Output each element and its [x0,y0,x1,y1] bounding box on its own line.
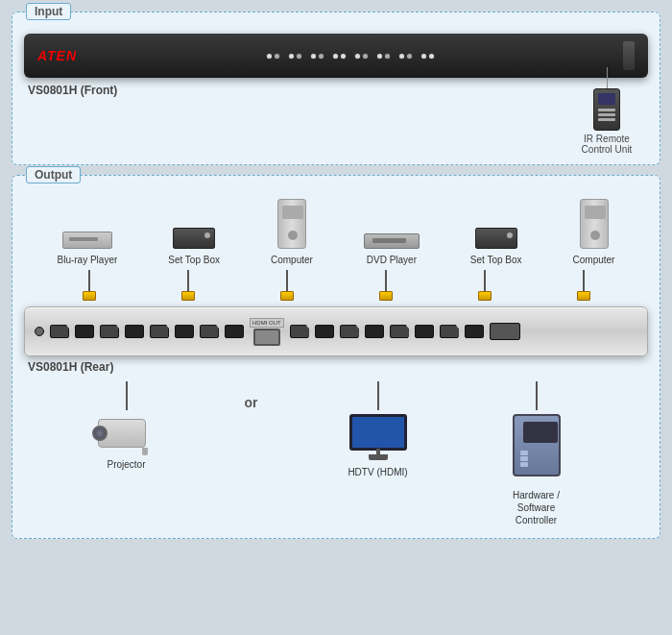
controller-icon [511,414,563,483]
ir-screen [598,93,615,105]
ir-remote-container: IR Remote Control Unit [573,67,640,155]
port-dp-7 [390,325,409,338]
port-hdmi-5 [315,325,334,338]
output-devices-row: Projector or HDTV (HDMI) [24,374,648,526]
dot [429,54,434,59]
projector-lens [92,426,108,441]
dot-group-6 [377,54,390,59]
computer1-shape [277,199,306,249]
hdmi-connector-3 [280,270,294,301]
output-section: Output Blu-ray Player Set Top Box [12,175,660,539]
hdmi-plug [478,291,492,301]
dot [421,54,426,59]
front-device-label: VS0801H (Front) [28,84,648,97]
input-section: Input ATEN [12,12,660,165]
hdmi-plug [181,291,195,301]
hdmi-cable [286,270,288,291]
hdmi-connector-1 [83,270,96,301]
computer2-label: Computer [573,254,615,266]
controller-btn-3 [520,462,528,467]
dot [399,54,404,59]
controller-label: Hardware / Software Controller [498,489,575,526]
port-hdmi-3 [175,325,194,338]
dot [275,54,279,59]
port-dp-1 [50,325,69,338]
dot [363,54,368,59]
computer2-icon [580,199,609,249]
bar-right [623,41,635,70]
computer1-icon [277,199,306,249]
controller-screen [523,422,558,443]
rear-device-label: VS0801H (Rear) [28,360,648,374]
port-hdmi-2 [125,325,144,338]
main-container: Input ATEN [0,0,672,550]
connectors-row-top [24,266,648,305]
dot [341,54,346,59]
input-devices-row: Blu-ray Player Set Top Box Computer [24,185,648,266]
hdmi-cable [583,270,585,291]
hdmi-connector-4 [379,270,393,301]
hdmi-cable [187,270,189,291]
hdtv-label: HDTV (HDMI) [348,466,407,478]
brand-label: ATEN [37,48,77,63]
vs0801h-rear-bar: HDMI OUT [24,306,648,356]
hdtv-wire [377,381,379,410]
projector-leg [142,448,148,455]
hdmi-out-label: HDMI OUT [250,318,284,328]
port-hdmi-out [253,329,280,346]
device-settopbox1: Set Top Box [168,228,220,266]
device-computer2: Computer [573,199,615,266]
settopbox2-shape [475,228,517,249]
device-settopbox2: Set Top Box [470,228,522,266]
projector-icon [98,414,156,452]
dot [311,54,316,59]
controller-body [513,414,561,476]
dot [355,54,360,59]
dot-group-4 [333,54,346,59]
settopbox1-label: Set Top Box [168,254,220,266]
dot [377,54,382,59]
device-computer1: Computer [271,199,313,266]
hdtv-icon [348,414,409,460]
dot [319,54,324,59]
port-hdmi-6 [365,325,384,338]
settopbox1-shape [173,228,215,249]
ir-remote-device [593,88,620,131]
port-dp-8 [440,325,459,338]
hdmi-cable [88,270,90,291]
dvdplayer-shape [364,233,420,249]
dot-group-2 [289,54,301,59]
controller-wire [536,381,538,410]
device-projector: Projector [98,381,156,471]
device-hdtv: HDTV (HDMI) [348,381,409,478]
dvdplayer-icon [364,233,420,249]
dot [297,54,301,59]
projector-label: Projector [107,458,145,471]
hdmi-plug [83,291,96,301]
hdmi-plug [280,291,294,301]
port-dp-4 [200,325,219,338]
settopbox2-label: Set Top Box [470,254,522,266]
settopbox2-icon [475,228,517,249]
rear-section: HDMI OUT [24,306,648,356]
hdmi-out-container: HDMI OUT [250,318,284,346]
computer1-label: Computer [271,254,313,266]
device-bluray: Blu-ray Player [57,232,117,266]
dot [289,54,294,59]
dot [267,54,272,59]
hdtv-screen [349,414,407,451]
ir-btn-3 [598,118,615,121]
hdmi-connector-6 [577,270,590,301]
port-hdmi-1 [75,325,94,338]
rear-ports: HDMI OUT [35,318,637,346]
computer2-shape [580,199,609,249]
input-label: Input [26,3,71,20]
dot-group-7 [399,54,412,59]
hdmi-plug [577,291,590,301]
hdtv-stand [369,454,388,460]
hdmi-cable [385,270,387,291]
port-dp-3 [150,325,169,338]
dot [385,54,390,59]
or-divider: or [245,381,258,410]
controller-btn-1 [520,451,528,455]
